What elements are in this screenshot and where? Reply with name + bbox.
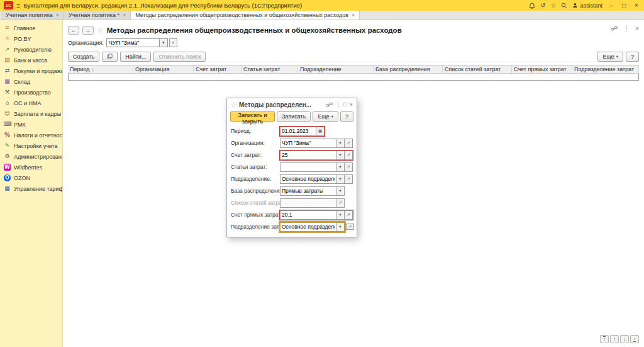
forward-button[interactable]: → <box>82 26 94 35</box>
go-last-button[interactable]: ↓ <box>630 335 639 343</box>
open-icon[interactable]: ↗ <box>345 151 353 160</box>
dialog-more-menu-icon[interactable]: ⋮ <box>335 101 341 108</box>
column-direct-cost-account[interactable]: Счет прямых затрат <box>512 65 572 73</box>
sidebar-item-fixed-assets[interactable]: ⌂ОС и НМА <box>0 98 62 108</box>
open-icon[interactable]: ↗ <box>345 162 353 172</box>
open-icon[interactable]: ↗ <box>345 139 353 148</box>
dialog-favorite-star-icon[interactable]: ☆ <box>231 101 236 108</box>
sidebar-item-po-by[interactable]: ☼PO.BY <box>0 33 62 44</box>
history-icon[interactable]: ↺ <box>540 3 545 9</box>
save-and-close-button[interactable]: Записать и закрыть <box>230 111 275 122</box>
department-input[interactable] <box>280 174 336 184</box>
dialog-close-icon[interactable]: × <box>350 101 353 108</box>
sidebar-item-administration[interactable]: ⚙Администрирование <box>0 151 62 162</box>
dropdown-icon[interactable]: ▾ <box>336 139 345 148</box>
page-down-icon: ↓ <box>623 336 626 342</box>
page-up-button[interactable]: ↑ <box>610 335 619 343</box>
sidebar-item-ozon[interactable]: OOZON <box>0 173 62 183</box>
distribution-base-label: База распределения: <box>231 188 280 194</box>
organization-filter-input[interactable] <box>106 38 160 47</box>
sidebar-item-manager[interactable]: ↗Руководителю <box>0 44 62 55</box>
dropdown-icon[interactable]: ▾ <box>336 174 345 184</box>
organization-label: Организация: <box>231 140 280 146</box>
favorite-star-icon[interactable]: ☆ <box>97 26 104 35</box>
distribution-base-group: ▾ <box>280 186 345 196</box>
find-button[interactable]: Найти... <box>120 52 151 62</box>
page-down-button[interactable]: ↓ <box>620 335 629 343</box>
dialog-maximize-icon[interactable]: □ <box>343 101 347 108</box>
sidebar-item-salary-hr[interactable]: ☺Зарплата и кадры <box>0 108 62 119</box>
more-menu-icon[interactable]: ⋮ <box>623 25 630 32</box>
tab-close-icon[interactable]: × <box>123 12 126 18</box>
organization-clear-icon[interactable]: × <box>169 38 177 47</box>
go-first-button[interactable]: ↑ <box>600 335 609 343</box>
dialog-help-button[interactable]: ? <box>340 111 353 122</box>
sidebar-item-tariff-management[interactable]: ▩Управление тарифом <box>0 183 62 194</box>
sidebar-item-purchases-sales[interactable]: ⇄Покупки и продажи <box>0 65 62 76</box>
dropdown-icon[interactable]: ▾ <box>336 222 345 232</box>
notifications-bell-icon[interactable] <box>529 3 535 9</box>
sidebar-item-bank-cash[interactable]: ▤Банк и касса <box>0 55 62 65</box>
form-header: ← → ☆ Методы распределения общепроизводс… <box>68 24 639 37</box>
sidebar-item-wildberries[interactable]: WWildberries <box>0 162 62 173</box>
main-menu-icon[interactable]: ≡ <box>16 2 20 9</box>
column-department[interactable]: Подразделение <box>298 65 374 73</box>
sidebar-item-main[interactable]: ≡Главное <box>0 23 62 33</box>
tab-uchetnaya-politika-2[interactable]: Учетная политика * × <box>64 11 131 20</box>
dropdown-icon[interactable]: ▾ <box>336 162 345 172</box>
dialog-copy-link-icon[interactable] <box>326 102 333 108</box>
minimize-button[interactable]: – <box>608 2 615 9</box>
direct-cost-account-input[interactable] <box>280 210 336 220</box>
tab-uchetnaya-politika-1[interactable]: Учетная политика × <box>1 11 64 20</box>
direct-cost-account-group: ▾ ↗ <box>280 210 353 220</box>
people-icon: ☺ <box>4 110 11 117</box>
favorites-star-icon[interactable]: ☆ <box>551 3 557 9</box>
create-button[interactable]: Создать <box>68 52 99 62</box>
sidebar-item-label: Покупки и продажи <box>14 68 62 74</box>
dropdown-icon[interactable]: ▾ <box>336 151 345 160</box>
column-cost-account[interactable]: Счет затрат <box>194 65 242 73</box>
table-empty-row[interactable] <box>68 74 639 81</box>
back-button[interactable]: ← <box>68 26 79 35</box>
tab-metody-raspredeleniya[interactable]: Методы распределения общепроизводственны… <box>131 11 360 20</box>
column-distribution-base[interactable]: База распределения <box>374 65 443 73</box>
sidebar-item-warehouse[interactable]: ▦Склад <box>0 76 62 87</box>
cost-account-input[interactable] <box>280 151 336 160</box>
open-icon[interactable]: ↗ <box>346 224 354 230</box>
maximize-button[interactable]: □ <box>620 2 628 9</box>
save-button[interactable]: Записать <box>277 111 311 122</box>
sidebar-item-taxes-reports[interactable]: %Налоги и отчетность <box>0 130 62 140</box>
close-button[interactable]: × <box>633 2 640 9</box>
copy-item-button[interactable] <box>102 52 118 62</box>
organization-input[interactable] <box>280 139 336 148</box>
calendar-icon[interactable]: ▦ <box>316 127 325 136</box>
column-period[interactable]: Период↓ <box>68 65 133 73</box>
dialog-more-button[interactable]: Еще▾ <box>313 111 338 122</box>
sidebar-item-rmk[interactable]: ⌨РМК <box>0 119 62 130</box>
period-input[interactable] <box>280 127 316 136</box>
distribution-base-input[interactable] <box>280 186 336 196</box>
column-cost-items-list[interactable]: Список статей затрат <box>443 65 512 73</box>
help-button[interactable]: ? <box>626 52 639 62</box>
tab-close-icon[interactable]: × <box>56 12 59 18</box>
column-organization[interactable]: Организация <box>133 65 194 73</box>
column-cost-item[interactable]: Статья затрат <box>242 65 298 73</box>
assistant-button[interactable]: assistant <box>572 3 602 9</box>
column-cost-department[interactable]: Подразделение затрат <box>572 65 639 73</box>
cost-item-input[interactable] <box>280 162 336 172</box>
open-icon[interactable]: ↗ <box>345 174 353 184</box>
tab-close-icon[interactable]: × <box>352 12 355 18</box>
sidebar-item-production[interactable]: ⚒Производство <box>0 87 62 98</box>
organization-dropdown-icon[interactable]: ▾ <box>160 38 168 47</box>
dropdown-icon[interactable]: ▾ <box>336 210 345 220</box>
dropdown-icon[interactable]: ▾ <box>336 186 345 196</box>
cancel-search-button[interactable]: Отменить поиск <box>153 52 206 62</box>
more-button[interactable]: Еще▾ <box>597 52 623 62</box>
cost-department-input[interactable] <box>280 222 336 232</box>
close-form-icon[interactable]: × <box>635 25 639 32</box>
search-icon[interactable] <box>561 3 567 9</box>
copy-link-icon[interactable] <box>611 26 618 31</box>
column-label: Счет прямых затрат <box>514 66 567 72</box>
sidebar-item-accounting-settings[interactable]: ✎Настройки учета <box>0 140 62 151</box>
open-icon[interactable]: ↗ <box>345 210 353 220</box>
